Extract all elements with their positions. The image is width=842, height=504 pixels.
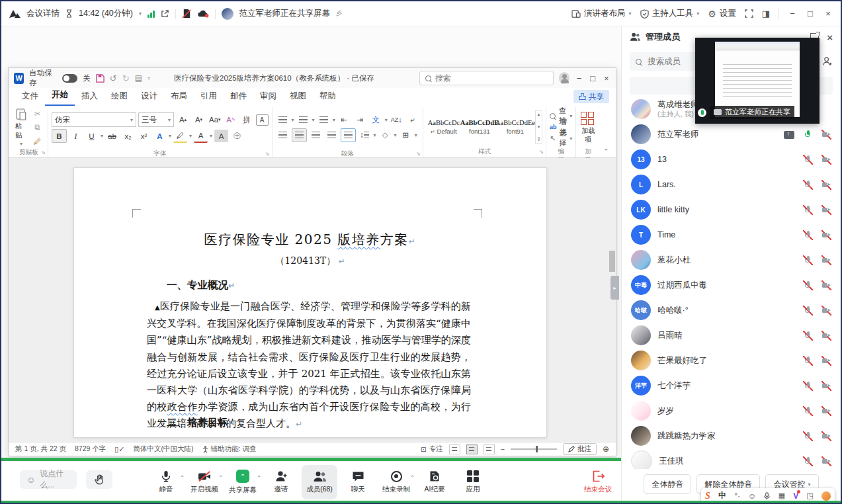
settings-button[interactable]: ⚙ 设置 — [708, 8, 736, 19]
asian-layout-button[interactable]: 文 — [369, 114, 383, 126]
stop-record-button[interactable]: 结束录制⌃ — [378, 465, 414, 499]
language-indicator[interactable]: 简体中文(中国大陆) — [134, 444, 194, 454]
share-preview-thumbnail[interactable]: 范立军老师正在共享 — [695, 38, 820, 124]
member-row[interactable]: 洋芋 七个洋芋 — [622, 373, 841, 398]
tab-draw[interactable]: 绘图 — [105, 87, 134, 106]
camera-off-icon[interactable] — [821, 431, 831, 441]
camera-off-icon[interactable] — [821, 130, 831, 140]
align-center-button[interactable] — [292, 128, 307, 142]
text-effects-button[interactable]: A — [153, 130, 167, 142]
focus-mode-button[interactable]: ⊡专注 — [421, 444, 443, 454]
word-search-box[interactable]: 搜索 — [419, 71, 554, 85]
panel-collapse-handle[interactable]: ▸ — [610, 276, 619, 300]
superscript-button[interactable]: x² — [137, 130, 151, 142]
style-font91[interactable]: AaBbCcDdEe font91 — [498, 112, 532, 142]
proofing-icon[interactable]: ▯✓ — [114, 445, 124, 454]
apps-button[interactable]: 应用 — [455, 465, 491, 499]
save-icon[interactable] — [96, 74, 105, 83]
zoom-slider-thumb[interactable] — [536, 446, 538, 452]
undo-icon[interactable]: ↺ — [110, 73, 117, 83]
close-button[interactable]: × — [823, 9, 833, 19]
member-row[interactable]: LK little kitty — [622, 197, 841, 222]
word-share-button[interactable]: 凸 共享 — [573, 90, 610, 103]
member-row[interactable]: 13 13 — [622, 147, 841, 172]
char-border-button[interactable]: A — [256, 114, 269, 126]
camera-off-icon[interactable] — [821, 331, 831, 341]
mic-on-icon[interactable] — [803, 130, 813, 140]
fullscreen-icon[interactable] — [745, 9, 753, 18]
account-avatar[interactable] — [559, 72, 569, 84]
clear-format-button[interactable]: A✎ — [224, 114, 238, 126]
sort-button[interactable]: AZ↓ — [390, 114, 403, 126]
grow-font-button[interactable]: A▴ — [176, 114, 190, 126]
timer-chevron-icon[interactable]: ▾ — [139, 11, 142, 17]
tab-home[interactable]: 开始 — [45, 86, 75, 106]
style-font131[interactable]: AaBbCcDdE font131 — [462, 112, 497, 142]
ime-voice-icon[interactable] — [764, 492, 770, 500]
addins-button[interactable]: 加载项 — [579, 107, 597, 147]
copy-icon[interactable]: ⧉ — [30, 121, 44, 134]
quick-chat-input[interactable]: ☺ 说点什么... — [20, 470, 77, 489]
decrease-indent-button[interactable]: ⇤ — [337, 114, 351, 126]
member-list[interactable]: 葛成维老师 (主持人, 我) 范立军老师 13 13 L L — [622, 97, 841, 469]
enclose-char-button[interactable]: ㊉ — [230, 130, 244, 142]
font-size-combo[interactable]: 三号▾ — [138, 112, 174, 127]
style-default[interactable]: AaBbCcDc ↵ Default — [427, 112, 461, 142]
ime-assistant-icon[interactable] — [821, 491, 831, 501]
shading-button[interactable]: ◇ — [378, 129, 392, 142]
chat-button[interactable]: 聊天 — [340, 465, 376, 499]
mic-off-icon[interactable] — [803, 306, 813, 315]
font-color-button[interactable]: A — [194, 129, 208, 143]
member-row[interactable]: 芒果最好吃了 — [622, 348, 841, 373]
member-row[interactable]: 葱花小杜 — [622, 247, 841, 273]
mic-off-icon[interactable] — [803, 280, 813, 290]
char-shading-button[interactable]: A — [214, 130, 228, 142]
member-row[interactable]: 跳跳糖热力学家 — [622, 423, 841, 448]
format-painter-icon[interactable]: 🖉 — [30, 135, 44, 147]
camera-off-icon[interactable] — [821, 456, 831, 466]
panel-close-icon[interactable]: × — [827, 32, 833, 43]
dialog-launcher-icon[interactable]: ⇘ — [416, 149, 421, 158]
document-canvas[interactable]: 医疗保险专业 2025 版培养方案↵ （120413T） ↵ 一、专业概况↵ ▲… — [9, 158, 616, 442]
bullets-button[interactable] — [276, 114, 290, 126]
tab-view[interactable]: 视图 — [283, 87, 313, 106]
dialog-launcher-icon[interactable]: ⇘ — [539, 147, 544, 156]
ime-skin-icon[interactable]: V — [793, 491, 798, 501]
dialog-launcher-icon[interactable]: ⇘ — [265, 149, 270, 158]
open-external-icon[interactable] — [161, 9, 169, 18]
doc-scrollbar-thumb[interactable] — [609, 251, 615, 272]
member-row[interactable]: 中毒 过期西瓜中毒 — [622, 273, 841, 298]
mic-off-icon[interactable] — [803, 180, 813, 190]
start-video-button[interactable]: 开启视频⌃ — [187, 465, 222, 499]
page-indicator[interactable]: 第 1 页, 共 22 页 — [15, 444, 66, 454]
tab-references[interactable]: 引用 — [194, 87, 224, 106]
comment-button[interactable]: 批注 — [563, 443, 597, 455]
accessibility-status[interactable]: 辅助功能: 调查 — [202, 444, 257, 454]
ime-logo[interactable]: S — [705, 491, 710, 501]
select-button[interactable]: ↖选择▾ — [550, 133, 572, 144]
preview-icon[interactable]: ▤ — [135, 73, 142, 83]
align-left-button[interactable] — [276, 129, 290, 142]
cut-icon[interactable]: ✂ — [30, 107, 44, 120]
camera-off-icon[interactable] — [821, 155, 831, 165]
subscript-button[interactable]: x₂ — [121, 130, 135, 142]
tab-insert[interactable]: 插入 — [75, 87, 105, 106]
styles-scrollbar[interactable]: ▴▾⊽ — [535, 110, 542, 144]
strikethrough-button[interactable]: ab — [105, 130, 119, 142]
distribute-button[interactable] — [341, 128, 356, 142]
video-options-chevron-icon[interactable]: ⌃ — [218, 475, 223, 481]
mic-off-icon[interactable] — [803, 331, 813, 341]
ime-toolbox-icon[interactable]: ◳ — [806, 491, 813, 500]
increase-indent-button[interactable]: ⇥ — [353, 114, 367, 126]
quickbar-chevron-icon[interactable]: ▿ — [147, 75, 150, 81]
read-mode-icon[interactable] — [449, 444, 460, 454]
italic-button[interactable]: I — [69, 130, 83, 142]
member-row[interactable]: 范立军老师 — [622, 122, 841, 147]
share-screen-button[interactable]: ⌃ 共享屏幕⌃ — [225, 465, 261, 499]
word-titlebar[interactable]: W 自动保存 关 ↺ ↻ ▤ ▿ 医疗保险专业2025版培养方案0610（教务系… — [9, 68, 616, 88]
word-close-button[interactable]: × — [602, 73, 610, 83]
meeting-timer[interactable]: 14:42 (40分钟) — [79, 8, 133, 19]
tab-review[interactable]: 审阅 — [253, 87, 283, 106]
camera-off-icon[interactable] — [821, 280, 831, 290]
member-row[interactable]: 王佳琪 — [622, 448, 841, 469]
